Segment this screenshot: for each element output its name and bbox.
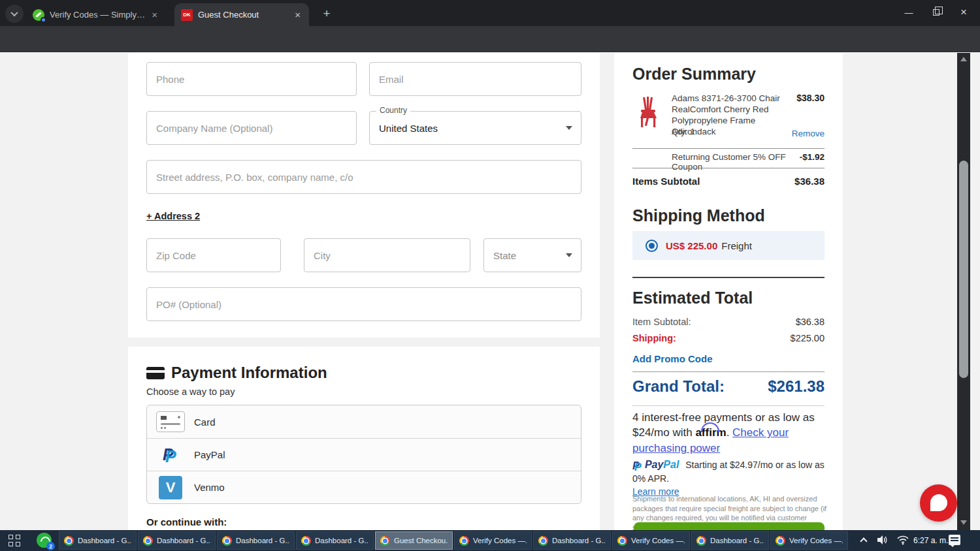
chrome-icon xyxy=(696,536,706,546)
chrome-icon xyxy=(64,536,74,546)
tab-guest-checkout[interactable]: DK Guest Checkout × xyxy=(174,3,309,26)
estimated-total-title: Estimated Total xyxy=(632,289,825,307)
divider xyxy=(632,405,825,406)
coupon-label: Returning Customer 5% OFF Coupon xyxy=(672,152,800,172)
browser-toolbar: ← → ↻ dkhardware.com/guest-checkout/ ☆ U… xyxy=(0,26,980,52)
chevron-down-icon xyxy=(566,126,572,130)
guest-checkout-page: Country United States + Address 2 State … xyxy=(0,53,980,530)
company-input[interactable] xyxy=(146,111,357,145)
taskbar-button[interactable]: Dashboard - G... xyxy=(296,531,374,550)
windows-taskbar: 2 Dashboard - G... Dashboard - G... Dash… xyxy=(0,530,980,551)
email-input[interactable] xyxy=(369,62,581,96)
shipping-value: $225.00 xyxy=(791,333,825,343)
add-address2-link[interactable]: + Address 2 xyxy=(146,211,200,221)
country-select[interactable]: Country United States xyxy=(369,111,581,145)
taskbar-button[interactable]: Verify Codes —... xyxy=(612,531,690,550)
start-button[interactable] xyxy=(8,535,20,546)
street-address-input[interactable] xyxy=(146,160,581,194)
taskbar-button[interactable]: Dashboard - G... xyxy=(59,531,137,550)
tab-title: Verify Codes — SimplyCodes xyxy=(50,10,146,20)
state-select[interactable]: State xyxy=(483,238,581,272)
taskbar-button[interactable]: Dashboard - G... xyxy=(138,531,216,550)
items-subtotal-label: Items Subtotal xyxy=(632,176,700,187)
venmo-icon: V xyxy=(159,476,182,499)
state-placeholder: State xyxy=(493,250,516,261)
order-summary-title: Order Summary xyxy=(632,65,825,84)
grand-total-label: Grand Total: xyxy=(632,377,725,396)
chrome-icon xyxy=(459,536,469,546)
taskbar-button-active[interactable]: Guest Checkou... xyxy=(375,531,453,550)
grand-total-value: $261.38 xyxy=(768,377,825,396)
credit-card-icon xyxy=(146,367,165,379)
payment-method-label: Venmo xyxy=(194,482,225,493)
coupon-value: -$1.92 xyxy=(800,152,825,172)
new-tab-button[interactable]: + xyxy=(319,6,335,22)
dkhardware-favicon-icon: DK xyxy=(181,9,193,21)
shipping-cost-row: Shipping: $225.00 xyxy=(632,333,825,343)
taskbar-button[interactable]: Verify Codes —... xyxy=(454,531,532,550)
city-input[interactable] xyxy=(304,238,470,272)
paypal-credit-text: PP PayPal Starting at $24.97/mo or as lo… xyxy=(632,457,828,499)
tab-close-icon[interactable]: × xyxy=(150,9,159,20)
tray-clock[interactable]: 6:27 a. m. xyxy=(913,536,948,545)
add-promo-code-link[interactable]: Add Promo Code xyxy=(632,353,825,364)
zip-code-input[interactable] xyxy=(146,238,281,272)
paypal-icon: PP xyxy=(632,458,642,469)
items-subtotal-row: Items Subtotal $36.38 xyxy=(632,176,825,187)
restore-icon xyxy=(933,9,939,16)
tab-search-button[interactable] xyxy=(5,5,24,23)
browser-titlebar: Verify Codes — SimplyCodes × DK Guest Ch… xyxy=(0,0,980,26)
continue-button-partial[interactable] xyxy=(634,522,825,530)
payment-method-paypal[interactable]: PP PayPal xyxy=(147,438,581,471)
window-minimize-button[interactable]: — xyxy=(896,0,921,25)
affirm-logo: affirm xyxy=(695,426,726,439)
taskbar-button[interactable]: Dashboard - G... xyxy=(691,531,769,550)
coupon-row: Returning Customer 5% OFF Coupon -$1.92 xyxy=(632,152,825,172)
chrome-icon xyxy=(301,536,311,546)
wifi-icon[interactable] xyxy=(896,535,909,548)
scroll-down-arrow[interactable] xyxy=(960,520,967,525)
chrome-icon xyxy=(538,536,548,546)
continue-with-label: Or continue with: xyxy=(146,516,227,527)
shipping-option-freight[interactable]: US$ 225.00 Freight xyxy=(632,231,825,260)
shipping-option-carrier: Freight xyxy=(721,240,752,251)
po-number-input[interactable] xyxy=(146,287,581,321)
window-close-button[interactable]: × xyxy=(951,0,976,25)
phone-input[interactable] xyxy=(146,62,357,96)
scrollbar-thumb[interactable] xyxy=(959,161,968,378)
tray-overflow-chevron[interactable] xyxy=(860,537,867,544)
notification-dot xyxy=(41,17,46,23)
divider xyxy=(632,371,825,372)
affirm-promo-text: 4 interest-free payments or as low as $2… xyxy=(632,410,828,456)
country-label: Country xyxy=(376,106,410,115)
action-center-icon[interactable] xyxy=(949,535,960,545)
taskbar-buttons: Dashboard - G... Dashboard - G... Dashbo… xyxy=(59,531,848,550)
section-divider xyxy=(632,277,825,278)
speaker-icon[interactable] xyxy=(877,535,889,548)
page-scrollbar[interactable] xyxy=(957,53,970,530)
remove-item-link[interactable]: Remove xyxy=(632,129,825,138)
whatsapp-badge: 2 xyxy=(46,542,55,550)
chat-widget-button[interactable] xyxy=(920,484,957,522)
tab-verify-codes[interactable]: Verify Codes — SimplyCodes × xyxy=(26,3,166,26)
item-subtotal-value: $36.38 xyxy=(796,317,825,327)
chrome-icon xyxy=(143,536,153,546)
whatsapp-taskbar-icon[interactable]: 2 xyxy=(37,533,52,548)
shipping-option-price: US$ 225.00 xyxy=(666,240,717,251)
taskbar-button[interactable]: Verify Codes —... xyxy=(770,531,848,550)
divider xyxy=(632,168,825,168)
tab-close-icon[interactable]: × xyxy=(293,9,302,20)
chrome-icon xyxy=(617,536,627,546)
taskbar-button[interactable]: Dashboard - G... xyxy=(217,531,295,550)
scroll-up-arrow[interactable] xyxy=(960,57,967,61)
chrome-icon xyxy=(380,536,390,546)
payment-method-venmo[interactable]: V Venmo xyxy=(147,471,581,503)
taskbar-button[interactable]: Dashboard - G... xyxy=(533,531,611,550)
item-subtotal-label: Item Subtotal: xyxy=(632,317,691,327)
radio-selected-icon[interactable] xyxy=(645,240,658,252)
payment-method-list: Card PP PayPal V Venmo xyxy=(146,405,581,504)
payment-method-card[interactable]: Card xyxy=(147,405,581,438)
items-subtotal-value: $36.38 xyxy=(794,176,825,187)
window-restore-button[interactable] xyxy=(924,0,949,25)
payment-subtitle: Choose a way to pay xyxy=(146,386,235,397)
